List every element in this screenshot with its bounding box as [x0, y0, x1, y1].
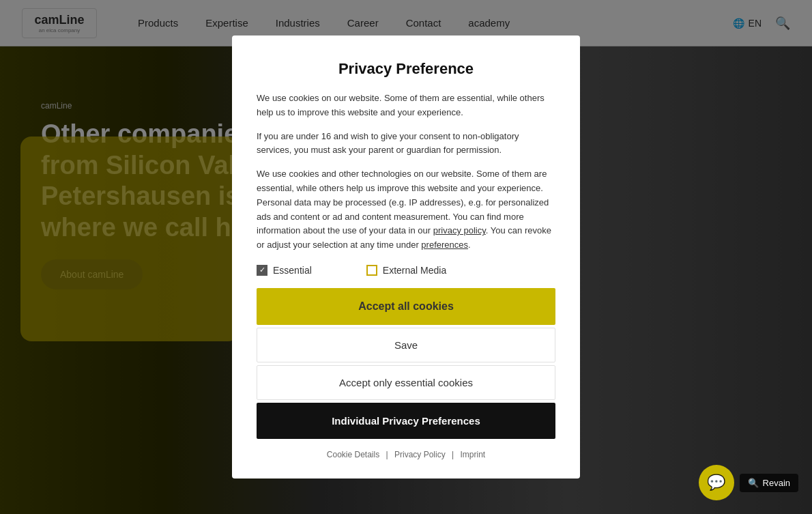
modal-footer: Cookie Details | Privacy Policy | Imprin…	[257, 450, 555, 459]
footer-sep-1: |	[386, 450, 388, 459]
revain-search-icon: 🔍	[748, 478, 759, 488]
consent-options: Essential External Media	[257, 265, 555, 276]
preferences-link[interactable]: preferences	[421, 240, 468, 250]
revain-text: Revain	[763, 478, 790, 488]
external-media-label: External Media	[383, 265, 446, 276]
essential-label: Essential	[273, 265, 312, 276]
privacy-modal: Privacy Preference We use cookies on our…	[232, 35, 580, 479]
external-media-checkbox[interactable]	[366, 265, 377, 276]
revain-widget[interactable]: 💬 🔍 Revain	[699, 465, 798, 500]
modal-text-2: If you are under 16 and wish to give you…	[257, 130, 555, 158]
cookie-details-link[interactable]: Cookie Details	[327, 450, 379, 459]
modal-text-3-end: .	[468, 240, 471, 250]
footer-sep-2: |	[452, 450, 454, 459]
individual-privacy-preferences-button[interactable]: Individual Privacy Preferences	[257, 403, 555, 439]
accept-essential-cookies-button[interactable]: Accept only essential cookies	[257, 365, 555, 400]
modal-overlay: Privacy Preference We use cookies on our…	[0, 0, 812, 514]
chat-icon: 💬	[707, 474, 725, 491]
revain-label[interactable]: 🔍 Revain	[740, 474, 798, 492]
imprint-link[interactable]: Imprint	[461, 450, 486, 459]
privacy-policy-link[interactable]: privacy policy	[433, 225, 486, 235]
modal-text-1: We use cookies on our website. Some of t…	[257, 91, 555, 120]
essential-checkbox-label[interactable]: Essential	[257, 265, 312, 276]
privacy-policy-footer-link[interactable]: Privacy Policy	[394, 450, 446, 459]
modal-title: Privacy Preference	[257, 60, 555, 78]
modal-text-3: We use cookies and other technologies on…	[257, 167, 555, 253]
essential-checkbox[interactable]	[257, 265, 267, 276]
revain-icon-button[interactable]: 💬	[699, 465, 734, 500]
accept-all-cookies-button[interactable]: Accept all cookies	[257, 288, 555, 325]
save-button[interactable]: Save	[257, 328, 555, 362]
external-media-checkbox-label[interactable]: External Media	[366, 265, 446, 276]
